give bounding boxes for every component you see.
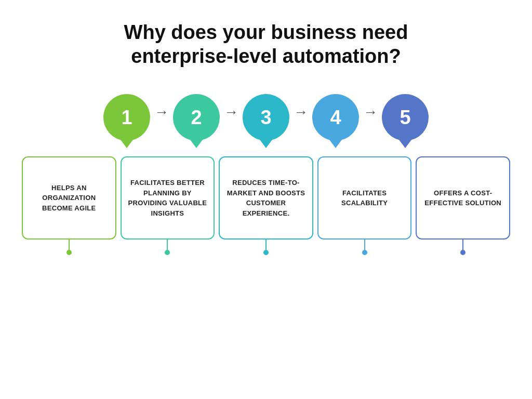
card-3-text: REDUCES TIME-TO-MARKET AND BOOSTS CUSTOM… — [226, 178, 306, 218]
step-4-bubble-wrapper: 4 — [312, 94, 359, 141]
card-wrapper-1: HELPS AN ORGANIZATION BECOME AGILE — [22, 156, 116, 255]
step-1-bubble-wrapper: 1 — [103, 94, 150, 141]
dot-1 — [66, 250, 72, 255]
bubbles-row: 1 → 2 → 3 → 4 → 5 — [10, 94, 522, 141]
connector-4 — [364, 240, 365, 250]
arrow-2-3: → — [224, 104, 238, 121]
card-5-text: OFFERS A COST-EFFECTIVE SOLUTION — [423, 188, 503, 208]
bubble-5: 5 — [382, 94, 429, 141]
step-2-bubble-wrapper: 2 — [173, 94, 220, 141]
card-1-text: HELPS AN ORGANIZATION BECOME AGILE — [29, 183, 109, 214]
dot-4 — [362, 250, 367, 255]
step-3-bubble-wrapper: 3 — [243, 94, 289, 141]
card-wrapper-4: FACILITATES SCALABILITY — [317, 156, 412, 255]
step-5-bubble-wrapper: 5 — [382, 94, 429, 141]
arrow-3-4: → — [294, 104, 308, 121]
dot-3 — [263, 250, 269, 255]
bubble-2: 2 — [173, 94, 220, 141]
connector-2 — [167, 240, 168, 250]
arrow-4-5: → — [363, 104, 378, 121]
card-wrapper-2: FACILITATES BETTER PLANNING BY PROVIDING… — [121, 156, 215, 255]
bubble-4: 4 — [312, 94, 359, 141]
flow-diagram: 1 → 2 → 3 → 4 → 5 HELPS AN ORGANIZATION … — [10, 94, 522, 255]
connector-5 — [462, 240, 463, 250]
card-wrapper-5: OFFERS A COST-EFFECTIVE SOLUTION — [416, 156, 510, 255]
connector-1 — [69, 240, 70, 250]
card-2: FACILITATES BETTER PLANNING BY PROVIDING… — [121, 156, 215, 240]
card-4-text: FACILITATES SCALABILITY — [325, 188, 405, 208]
arrow-1-2: → — [154, 104, 169, 121]
card-wrapper-3: REDUCES TIME-TO-MARKET AND BOOSTS CUSTOM… — [219, 156, 313, 255]
bubble-1: 1 — [103, 94, 150, 141]
dot-5 — [460, 250, 466, 255]
card-4: FACILITATES SCALABILITY — [317, 156, 412, 240]
bubble-3: 3 — [243, 94, 289, 141]
dot-2 — [165, 250, 170, 255]
page-title: Why does your business need enterprise-l… — [124, 21, 408, 68]
card-5: OFFERS A COST-EFFECTIVE SOLUTION — [416, 156, 510, 240]
cards-row: HELPS AN ORGANIZATION BECOME AGILE FACIL… — [22, 156, 510, 255]
card-1: HELPS AN ORGANIZATION BECOME AGILE — [22, 156, 116, 240]
card-3: REDUCES TIME-TO-MARKET AND BOOSTS CUSTOM… — [219, 156, 313, 240]
card-2-text: FACILITATES BETTER PLANNING BY PROVIDING… — [128, 178, 208, 218]
connector-3 — [265, 240, 267, 250]
